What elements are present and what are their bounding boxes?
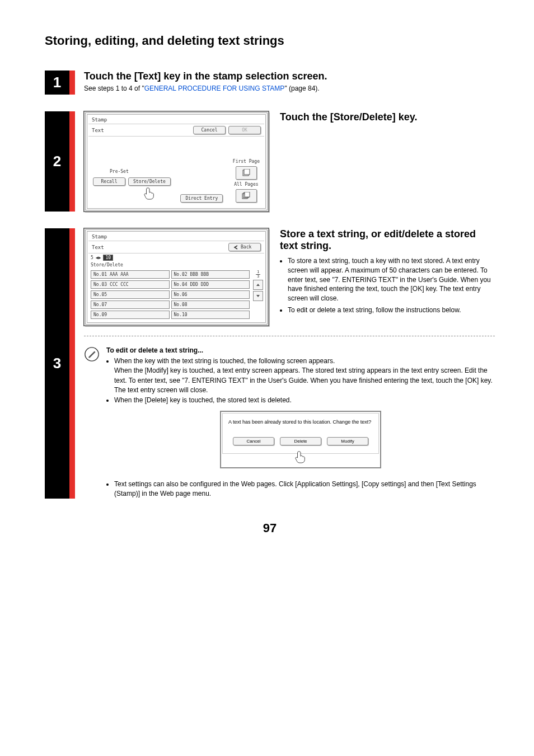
page-title: Storing, editing, and deleting text stri… [45, 34, 495, 48]
direct-entry-button[interactable]: Direct Entry [180, 194, 223, 203]
text-slot[interactable]: No.09 [91, 311, 170, 319]
svg-rect-1 [244, 169, 250, 175]
step-2: 2 Stamp Text Cancel OK [45, 111, 495, 212]
first-page-button[interactable] [236, 166, 257, 180]
step-number: 2 [45, 111, 69, 212]
dialog-cancel-button[interactable]: Cancel [233, 437, 274, 445]
dialog-message: A text has been already stored to this l… [228, 419, 373, 426]
scroll-up-button[interactable] [253, 280, 263, 290]
page-number: 97 [45, 521, 495, 536]
all-pages-label: All Pages [234, 182, 258, 187]
dialog-delete-button[interactable]: Delete [280, 437, 321, 445]
text-slot[interactable]: No.08 [171, 300, 250, 309]
text-slot[interactable]: No.02 BBB BBB [171, 270, 250, 279]
step-number: 1 [45, 71, 69, 95]
panel-breadcrumb: Stamp [88, 233, 264, 241]
store-delete-button[interactable]: Store/Delete [128, 177, 171, 186]
section-divider [84, 336, 495, 336]
text-slot[interactable]: No.03 CCC CCC [91, 280, 170, 289]
scroll-down-button[interactable] [253, 291, 263, 301]
text-slot[interactable]: No.06 [171, 290, 250, 299]
panel-subtitle: Text [92, 245, 104, 250]
text-list-panel: Stamp Text Back 5 ◀▶ [84, 228, 269, 326]
text-slot-grid: No.01 AAA AAA No.02 BBB BBB No.03 CCC CC… [88, 268, 252, 321]
dialog-modify-button[interactable]: Modify [327, 437, 368, 445]
ok-button[interactable]: OK [228, 126, 261, 134]
step3-heading: Store a text string, or edit/delete a st… [280, 228, 495, 252]
pointer-hand-icon [143, 187, 156, 201]
note-bullet: When the [Delete] key is touched, the st… [114, 396, 495, 405]
note-footer-bullet: Text settings can also be configured in … [114, 480, 495, 499]
page-counter: 5 ◀▶ 10 [88, 253, 264, 262]
store-delete-label: Store/Delete [88, 262, 264, 268]
pointer-hand-icon [294, 450, 307, 465]
text-stamp-panel: Stamp Text Cancel OK Pre-Set [84, 111, 269, 212]
preset-label: Pre-Set [110, 169, 129, 174]
note-title: To edit or delete a text string... [106, 346, 495, 354]
step1-heading: Touch the [Text] key in the stamp select… [84, 71, 495, 82]
all-pages-button[interactable] [236, 189, 257, 203]
recall-button[interactable]: Recall [93, 177, 125, 186]
pencil-note-icon [84, 346, 100, 364]
step-1: 1 Touch the [Text] key in the stamp sele… [45, 71, 495, 95]
red-bar [69, 111, 75, 212]
panel-subtitle: Text [92, 128, 104, 133]
text-slot[interactable]: No.07 [91, 300, 170, 309]
first-page-label: First Page [233, 159, 260, 164]
red-bar [69, 71, 75, 95]
step-3: 3 Stamp Text Back [45, 228, 495, 499]
step2-heading: Touch the [Store/Delete] key. [280, 111, 495, 123]
svg-rect-4 [245, 192, 250, 197]
red-bar [69, 228, 75, 499]
text-slot[interactable]: No.04 DDD DDD [171, 280, 250, 289]
text-slot[interactable]: No.05 [91, 290, 170, 299]
step1-line: See steps 1 to 4 of "GENERAL PROCEDURE F… [84, 84, 495, 92]
back-button[interactable]: Back [228, 243, 261, 251]
text-slot[interactable]: No.01 AAA AAA [91, 270, 170, 279]
text-slot[interactable]: No.10 [171, 311, 250, 319]
step-number: 3 [45, 228, 69, 499]
note-bullet: When the key with the text string is tou… [114, 356, 495, 396]
step3-bullets: To store a text string, touch a key with… [280, 256, 495, 315]
confirm-dialog: A text has been already stored to this l… [220, 411, 381, 468]
cancel-button[interactable]: Cancel [193, 126, 226, 134]
panel-breadcrumb: Stamp [88, 116, 264, 124]
page-fraction: 1 3 [256, 270, 260, 279]
stamp-procedure-link[interactable]: GENERAL PROCEDURE FOR USING STAMP [144, 84, 285, 92]
